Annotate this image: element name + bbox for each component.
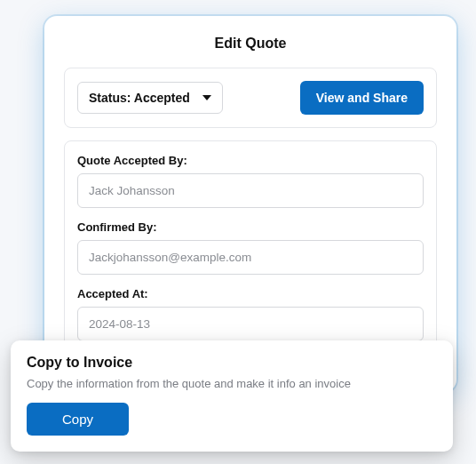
accepted-by-label: Quote Accepted By:: [77, 154, 424, 167]
status-select-label: Status: Accepted: [89, 91, 190, 105]
copy-to-invoice-card: Copy to Invoice Copy the information fro…: [11, 340, 453, 452]
page-title: Edit Quote: [64, 36, 437, 52]
form-section: Quote Accepted By: Confirmed By: Accepte…: [64, 140, 437, 358]
copy-button[interactable]: Copy: [27, 403, 129, 436]
view-and-share-button[interactable]: View and Share: [300, 81, 424, 115]
top-section: Status: Accepted View and Share: [64, 68, 437, 128]
status-select[interactable]: Status: Accepted: [77, 82, 223, 114]
copy-card-description: Copy the information from the quote and …: [27, 376, 437, 392]
confirmed-by-label: Confirmed By:: [77, 220, 424, 234]
accepted-by-input[interactable]: [77, 173, 424, 208]
chevron-down-icon: [202, 95, 211, 100]
edit-quote-card: Edit Quote Status: Accepted View and Sha…: [44, 16, 456, 392]
accepted-at-input[interactable]: [77, 307, 424, 341]
confirmed-by-input[interactable]: [77, 240, 424, 275]
copy-card-title: Copy to Invoice: [27, 355, 437, 371]
accepted-at-label: Accepted At:: [77, 287, 424, 300]
